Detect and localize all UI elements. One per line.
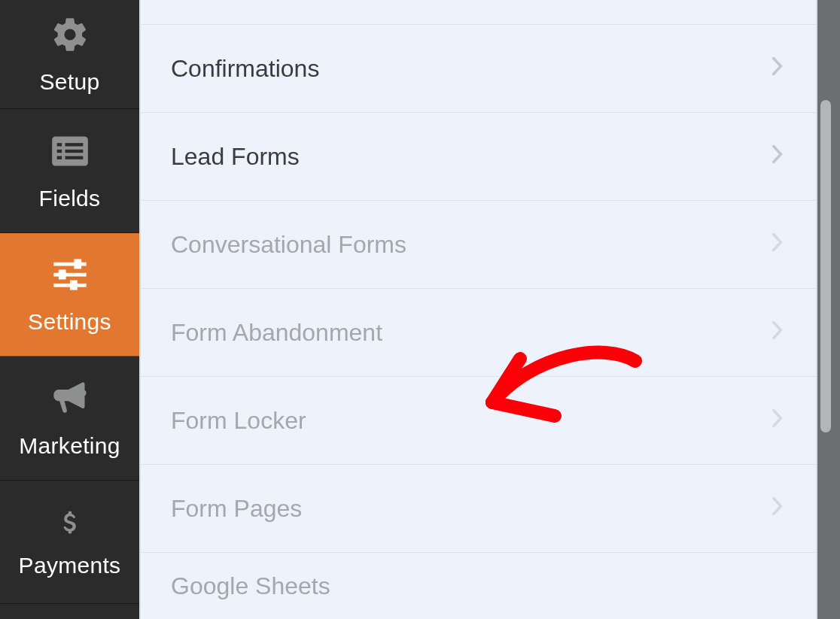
- sidebar-item-fields[interactable]: Fields: [0, 109, 139, 233]
- svg-rect-2: [56, 150, 62, 153]
- dollar-icon: [49, 505, 91, 539]
- row-label: Form Locker: [171, 407, 306, 435]
- content-wrap: Confirmations Lead Forms Conversational …: [139, 0, 840, 619]
- sidebar-item-marketing[interactable]: Marketing: [0, 357, 139, 481]
- svg-rect-1: [56, 143, 62, 146]
- settings-row-form-locker[interactable]: Form Locker: [141, 377, 816, 465]
- row-label: Form Abandonment: [171, 319, 382, 347]
- svg-rect-3: [56, 156, 62, 159]
- sidebar-item-label: Marketing: [19, 433, 120, 459]
- sidebar-item-label: Payments: [19, 553, 121, 578]
- sidebar-item-setup[interactable]: Setup: [0, 0, 139, 109]
- chevron-right-icon: [772, 232, 786, 256]
- settings-row-form-abandonment[interactable]: Form Abandonment: [141, 289, 816, 377]
- sidebar-item-label: Setup: [40, 69, 100, 95]
- sidebar: Setup Fields Settings: [0, 0, 139, 619]
- svg-rect-6: [65, 156, 83, 159]
- svg-rect-7: [53, 262, 86, 266]
- bullhorn-icon: [49, 378, 91, 420]
- settings-row-form-pages[interactable]: Form Pages: [141, 465, 816, 553]
- sliders-icon: [49, 253, 91, 296]
- sidebar-item-label: Settings: [28, 309, 111, 335]
- settings-row-confirmations[interactable]: Confirmations: [141, 25, 816, 113]
- svg-rect-12: [70, 281, 78, 290]
- row-label: Lead Forms: [171, 143, 300, 171]
- chevron-right-icon: [772, 496, 786, 520]
- list-icon: [49, 130, 91, 172]
- chevron-right-icon: [772, 56, 786, 80]
- scrollbar-track[interactable]: [817, 0, 840, 619]
- svg-rect-10: [74, 259, 81, 269]
- settings-row-google-sheets[interactable]: Google Sheets: [141, 553, 816, 619]
- svg-rect-11: [58, 270, 65, 280]
- settings-row-conversational-forms[interactable]: Conversational Forms: [141, 201, 816, 289]
- svg-rect-4: [65, 143, 83, 146]
- row-label: Google Sheets: [171, 572, 330, 600]
- settings-row-lead-forms[interactable]: Lead Forms: [141, 113, 816, 201]
- app-root: Setup Fields Settings: [0, 0, 840, 619]
- svg-rect-5: [65, 150, 83, 153]
- sidebar-item-payments[interactable]: Payments: [0, 481, 139, 605]
- list-spacer: [141, 0, 816, 25]
- settings-panel: Confirmations Lead Forms Conversational …: [139, 0, 817, 619]
- chevron-right-icon: [772, 408, 786, 432]
- chevron-right-icon: [772, 144, 786, 168]
- gear-icon: [49, 14, 91, 56]
- sidebar-item-label: Fields: [39, 186, 101, 211]
- sidebar-item-settings[interactable]: Settings: [0, 233, 139, 357]
- scrollbar-thumb[interactable]: [820, 100, 831, 432]
- chevron-right-icon: [772, 320, 786, 344]
- row-label: Form Pages: [171, 495, 302, 523]
- row-label: Confirmations: [171, 55, 319, 83]
- row-label: Conversational Forms: [171, 231, 406, 259]
